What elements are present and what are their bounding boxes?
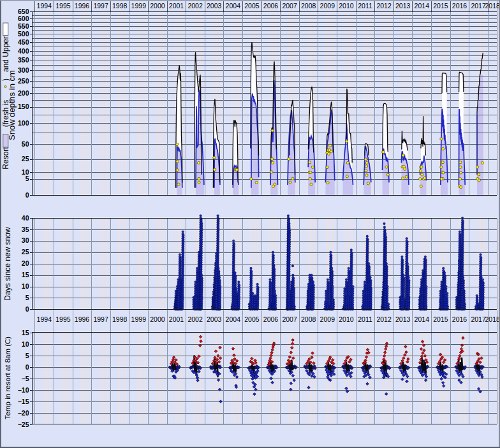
svg-text:2004: 2004 — [226, 2, 241, 10]
svg-text:2014: 2014 — [415, 2, 430, 10]
svg-text:1998: 1998 — [112, 315, 128, 323]
svg-text:2011: 2011 — [358, 315, 372, 323]
svg-text:10: 10 — [22, 340, 29, 348]
svg-text:2010: 2010 — [339, 2, 354, 10]
svg-text:2017: 2017 — [471, 315, 486, 323]
svg-text:50: 50 — [22, 140, 29, 148]
svg-text:35: 35 — [22, 226, 29, 233]
svg-text:10: 10 — [22, 168, 29, 176]
svg-text:5: 5 — [26, 352, 29, 359]
svg-text:30: 30 — [22, 236, 29, 244]
svg-text:2016: 2016 — [452, 2, 467, 10]
svg-text:2001: 2001 — [169, 315, 184, 323]
svg-text:2009: 2009 — [320, 315, 335, 323]
svg-text:2006: 2006 — [263, 2, 279, 10]
svg-text:250: 250 — [18, 77, 29, 85]
svg-text:1997: 1997 — [93, 315, 108, 323]
svg-text:2004: 2004 — [226, 315, 241, 323]
svg-text:600: 600 — [18, 15, 29, 22]
svg-text:5: 5 — [26, 175, 29, 182]
svg-text:−10: −10 — [18, 386, 29, 394]
svg-text:2018: 2018 — [485, 315, 500, 323]
svg-text:450: 450 — [18, 38, 29, 46]
svg-text:2018: 2018 — [485, 2, 500, 10]
svg-text:1999: 1999 — [131, 2, 147, 10]
svg-text:2001: 2001 — [169, 2, 184, 10]
svg-text:1996: 1996 — [75, 315, 90, 323]
svg-text:2002: 2002 — [188, 2, 203, 10]
svg-text:2003: 2003 — [207, 315, 222, 323]
svg-text:0: 0 — [26, 191, 29, 199]
svg-text:2013: 2013 — [395, 2, 411, 10]
svg-text:1995: 1995 — [55, 315, 71, 323]
svg-text:−20: −20 — [18, 409, 29, 417]
svg-text:15: 15 — [22, 271, 29, 278]
svg-text:0: 0 — [26, 363, 29, 371]
svg-text:2007: 2007 — [282, 2, 297, 10]
svg-text:15: 15 — [22, 329, 29, 336]
svg-text:2009: 2009 — [320, 2, 335, 10]
svg-text:5: 5 — [26, 294, 29, 301]
svg-text:2007: 2007 — [282, 315, 297, 323]
svg-text:300: 300 — [18, 66, 29, 74]
svg-text:and Upper: and Upper — [1, 36, 10, 72]
svg-text:2003: 2003 — [207, 2, 222, 10]
svg-text:2017: 2017 — [471, 2, 486, 10]
svg-text:2006: 2006 — [263, 315, 279, 323]
svg-text:2002: 2002 — [188, 315, 203, 323]
svg-text:100: 100 — [18, 119, 29, 127]
svg-text:500: 500 — [18, 30, 29, 38]
svg-text:2000: 2000 — [150, 2, 165, 10]
svg-text:650: 650 — [18, 8, 29, 15]
svg-text:1995: 1995 — [55, 2, 71, 10]
svg-text:2014: 2014 — [415, 315, 430, 323]
svg-text:2011: 2011 — [358, 2, 372, 10]
svg-text:200: 200 — [18, 89, 29, 97]
svg-text:1997: 1997 — [93, 2, 108, 10]
svg-text:2000: 2000 — [150, 315, 165, 323]
svg-text:1994: 1994 — [37, 315, 52, 323]
svg-text:40: 40 — [22, 214, 29, 222]
svg-text:Resort: Resort — [1, 147, 10, 170]
svg-text:−5: −5 — [22, 375, 29, 382]
svg-text:20: 20 — [22, 259, 29, 267]
svg-text:25: 25 — [22, 248, 29, 256]
svg-text:150: 150 — [18, 103, 29, 110]
svg-text:Temp in resort at 8am (C): Temp in resort at 8am (C) — [4, 336, 11, 420]
svg-text:10: 10 — [22, 282, 29, 290]
svg-text:2013: 2013 — [395, 315, 411, 323]
svg-text:0: 0 — [26, 305, 29, 313]
svg-text:2012: 2012 — [376, 315, 392, 323]
svg-text:350: 350 — [18, 56, 29, 64]
svg-text:1998: 1998 — [112, 2, 128, 10]
svg-text:1994: 1994 — [37, 2, 52, 10]
svg-text:2015: 2015 — [433, 315, 448, 323]
svg-text:2005: 2005 — [244, 315, 260, 323]
svg-text:2010: 2010 — [339, 315, 354, 323]
svg-text:Days since new snow: Days since new snow — [3, 227, 12, 301]
svg-text:2008: 2008 — [301, 2, 316, 10]
svg-text:2016: 2016 — [452, 315, 467, 323]
svg-text:1996: 1996 — [75, 2, 90, 10]
svg-text:Snow depths in cm: Snow depths in cm — [7, 70, 17, 140]
svg-text:2005: 2005 — [244, 2, 260, 10]
svg-text:550: 550 — [18, 22, 29, 30]
svg-text:−25: −25 — [18, 421, 29, 428]
svg-text:2015: 2015 — [433, 2, 448, 10]
svg-text:1999: 1999 — [131, 315, 147, 323]
svg-text:2012: 2012 — [376, 2, 392, 10]
svg-text:400: 400 — [18, 47, 29, 55]
svg-text:2008: 2008 — [301, 315, 316, 323]
svg-text:25: 25 — [22, 155, 29, 163]
svg-text:−15: −15 — [18, 398, 29, 405]
